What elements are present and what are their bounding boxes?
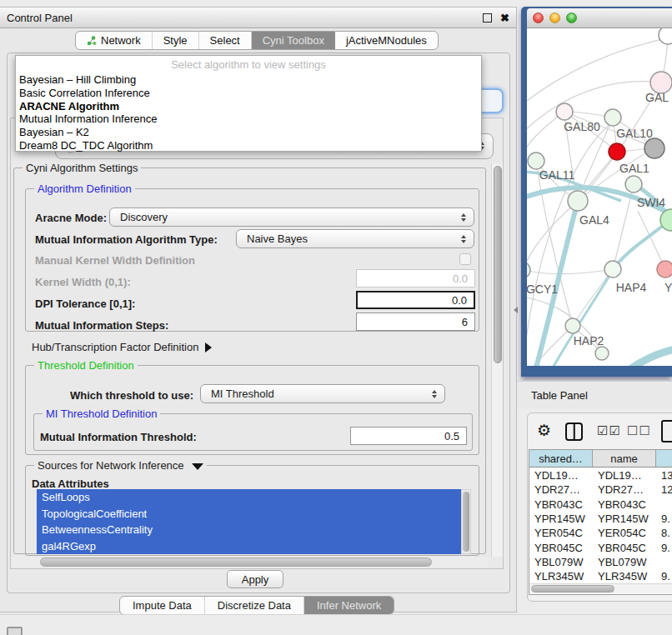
column-header-shared-name[interactable]: shared… [529,450,593,467]
algorithm-option[interactable]: Mutual Information Inference [16,112,481,126]
node[interactable] [595,347,609,360]
node-label: HAP4 [616,281,647,294]
table-row[interactable]: YBR045C YBR045C 9. [529,540,672,554]
list-item[interactable]: gal4RGexp [37,538,461,555]
node-label: GCY1 [527,282,558,296]
vertical-scrollbar[interactable] [491,163,503,557]
mi-threshold-title: MI Threshold Definition [43,408,160,420]
algorithm-option[interactable]: Dream8 DC_TDC Algorithm [16,138,481,152]
data-attributes-list: SelfLoops TopologicalCoefficient Between… [37,489,461,554]
mi-steps-field[interactable]: 6 [356,312,475,331]
node-gray[interactable] [644,138,664,158]
algorithm-definition-title: Algorithm Definition [34,182,135,195]
select-all-checkboxes-icon[interactable]: ☑☑ [597,423,621,438]
table-row[interactable]: YPR145W YPR145W 9. [529,512,672,526]
tab-style[interactable]: Style [153,32,199,49]
node-gal10[interactable] [604,109,621,126]
table-horizontal-scrollbar[interactable] [529,583,672,593]
table-panel-body: ⚙ ☑☑ ☐☐ shared… name YDL19… YDL19… 13 YD… [527,412,672,602]
network-canvas[interactable]: GAL GAL80 GAL10 GAL1 SWI4 GAL11 GAL4 GCY… [527,28,672,366]
hub-factor-expander[interactable]: Hub/Transcription Factor Definition [32,341,212,353]
page-icon[interactable] [661,420,672,442]
table-row[interactable]: YDL19… YDL19… 13 [529,468,672,482]
sources-title[interactable]: Sources for Network Inference [34,459,207,472]
node[interactable] [659,28,672,44]
tab-discretize-data[interactable]: Discretize Data [205,597,304,614]
chevron-right-icon [205,342,212,352]
aracne-mode-combobox[interactable]: Discovery [109,208,474,227]
table-row[interactable]: YLR345W YLR345W 9. [529,569,672,583]
minimize-traffic-light-icon[interactable] [549,12,560,23]
table-rows: YDL19… YDL19… 13 YDR27… YDR27… 12 YBR043… [529,468,672,586]
algorithm-option[interactable]: Basic Correlation Inference [16,87,481,100]
cyni-algorithm-settings-title: Cyni Algorithm Settings [23,162,141,174]
node-gal11[interactable] [528,152,544,169]
float-window-icon[interactable] [483,13,492,22]
mi-type-combobox[interactable]: Naive Bayes [236,229,474,248]
node-gal4[interactable] [568,191,588,211]
control-panel-title: Control Panel [7,12,73,24]
tab-infer-network[interactable]: Infer Network [304,597,394,614]
node-hap2[interactable] [565,318,580,333]
algorithm-option-selected[interactable]: ARACNE Algorithm [16,99,481,112]
close-icon[interactable]: ✖ [500,13,509,22]
node-table: shared… name YDL19… YDL19… 13 YDR27… YDR… [529,449,672,595]
table-row[interactable]: YDR27… YDR27… 12 [529,482,672,497]
mi-type-label: Mutual Information Algorithm Type: [35,233,218,246]
node-swi4[interactable] [625,176,642,192]
list-item[interactable]: SelfLoops [37,489,461,506]
column-header-partial[interactable] [656,450,672,467]
zoom-traffic-light-icon[interactable] [566,12,577,23]
which-threshold-combobox[interactable]: MI Threshold [200,384,445,403]
apply-button[interactable]: Apply [227,570,283,588]
node-gal80[interactable] [556,103,573,120]
table-panel-header: Table Panel [517,381,672,408]
mi-threshold-field[interactable]: 0.5 [350,427,467,445]
threshold-definition-title: Threshold Definition [34,359,138,372]
tab-impute-data[interactable]: Impute Data [120,597,205,614]
table-row[interactable]: YBR043C YBR043C [529,498,672,512]
node-label: Y [664,281,672,294]
manual-kernel-checkbox[interactable] [459,253,471,265]
chevron-down-icon [192,463,203,470]
control-panel-titlebar: Control Panel ✖ [0,8,516,28]
node-gal1[interactable] [609,143,625,160]
list-scrollbar[interactable] [461,489,471,554]
node-gcy1[interactable] [527,262,530,278]
gear-icon[interactable]: ⚙ [537,421,551,440]
node-label: GAL11 [539,168,575,182]
columns-icon[interactable] [565,422,583,441]
list-item[interactable]: TopologicalCoefficient [37,506,461,522]
tab-select-label: Select [210,34,240,47]
splitter-handle-icon[interactable] [514,307,518,313]
algorithm-option[interactable]: Bayesian – K2 [16,126,481,139]
tab-style-label: Style [163,34,188,47]
node-label: GAL10 [616,127,653,140]
tab-network-label: Network [101,34,141,47]
tab-network[interactable]: Network [76,32,153,49]
node-label: GAL80 [564,120,600,133]
table-row[interactable]: YER054C YER054C 8. [529,526,672,540]
tab-jactivemnodules[interactable]: jActiveMNodules [335,32,438,49]
control-panel-tabbar: Network Style Select Cyni Toolbox jActiv… [75,31,439,50]
column-header-name[interactable]: name [593,450,656,467]
node-label: GAL1 [619,162,649,175]
deselect-all-checkboxes-icon[interactable]: ☐☐ [627,423,651,438]
dpi-tolerance-field[interactable]: 0.0 [356,291,475,309]
horizontal-scrollbar[interactable] [12,557,489,568]
kernel-width-field[interactable]: 0.0 [356,269,475,288]
hub-factor-label: Hub/Transcription Factor Definition [32,341,198,353]
table-row[interactable]: YBL079W YBL079W [529,555,672,569]
tab-cyni-toolbox[interactable]: Cyni Toolbox [252,32,335,49]
docked-panel-icon[interactable] [7,627,23,635]
node-pink[interactable] [657,261,672,278]
tab-select[interactable]: Select [199,32,252,49]
algorithm-option[interactable]: Bayesian – Hill Climbing [16,73,481,87]
close-traffic-light-icon[interactable] [533,12,544,23]
tab-jactivemnodules-label: jActiveMNodules [346,34,427,47]
algorithm-placeholder: Select algorithm to view settings [16,56,481,73]
table-toolbar: ⚙ ☑☑ ☐☐ [528,418,672,447]
node-hap4[interactable] [604,261,621,278]
list-item[interactable]: BetweennessCentrality [37,522,461,538]
network-graph: GAL GAL80 GAL10 GAL1 SWI4 GAL11 GAL4 GCY… [527,28,672,366]
